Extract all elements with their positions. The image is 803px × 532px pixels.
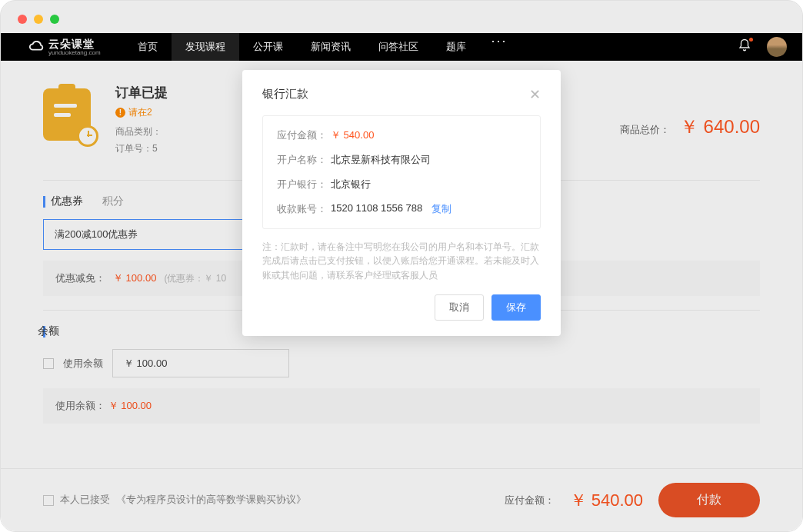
window-controls bbox=[18, 15, 59, 24]
cancel-button[interactable]: 取消 bbox=[435, 294, 484, 321]
modal-amount-value: ￥ 540.00 bbox=[331, 128, 374, 142]
modal-account-no-label: 收款账号： bbox=[277, 202, 331, 216]
modal-bank-label: 开户银行： bbox=[277, 178, 331, 191]
modal-account-name-label: 开户名称： bbox=[277, 153, 331, 167]
modal-account-no-value: 1520 1108 1556 788 bbox=[331, 202, 422, 216]
modal-account-name-value: 北京昱新科技有限公司 bbox=[331, 153, 431, 167]
copy-button[interactable]: 复制 bbox=[431, 202, 451, 216]
minimize-window[interactable] bbox=[34, 15, 43, 24]
close-icon[interactable]: ✕ bbox=[529, 88, 541, 101]
bank-transfer-modal: 银行汇款 ✕ 应付金额： ￥ 540.00 开户名称： 北京昱新科技有限公司 开… bbox=[242, 70, 561, 336]
maximize-window[interactable] bbox=[50, 15, 59, 24]
save-button[interactable]: 保存 bbox=[491, 294, 541, 321]
close-window[interactable] bbox=[18, 15, 27, 24]
modal-title: 银行汇款 bbox=[262, 87, 308, 101]
modal-overlay: 银行汇款 ✕ 应付金额： ￥ 540.00 开户名称： 北京昱新科技有限公司 开… bbox=[1, 1, 802, 531]
modal-bank-value: 北京银行 bbox=[331, 178, 371, 191]
modal-note: 注：汇款时，请在备注中写明您在我公司的用户名和本订单号。汇款完成后请点击已支付按… bbox=[262, 240, 541, 282]
modal-amount-label: 应付金额： bbox=[277, 128, 331, 142]
